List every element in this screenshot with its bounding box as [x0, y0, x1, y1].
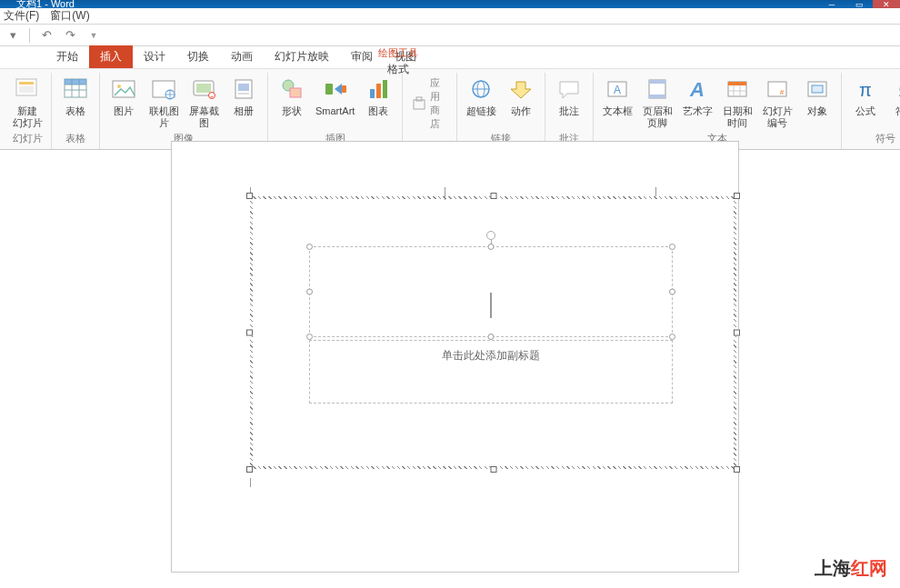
new-slide-label: 新建 幻灯片	[13, 105, 43, 128]
sel-handle[interactable]	[306, 244, 313, 250]
table-label: 表格	[65, 105, 85, 117]
symbol-button[interactable]: Ω符号	[887, 73, 900, 119]
sel-handle[interactable]	[306, 334, 313, 340]
headerfooter-button[interactable]: 页眉和页脚	[639, 73, 675, 130]
picture-button[interactable]: 图片	[105, 73, 142, 119]
textbox-icon: A	[603, 75, 632, 104]
group-comments: 批注 批注	[545, 73, 594, 149]
album-label: 相册	[234, 105, 254, 117]
rotate-handle[interactable]	[486, 231, 495, 240]
action-label: 动作	[511, 105, 531, 117]
sel-handle[interactable]	[488, 244, 495, 250]
equation-icon: π	[851, 75, 880, 104]
hyperlink-button[interactable]: 超链接	[463, 73, 499, 119]
editing-canvas[interactable]: 单击此处添加副标题	[0, 150, 900, 588]
svg-rect-2	[19, 86, 34, 93]
resize-handle-sw[interactable]	[246, 466, 253, 473]
album-icon	[229, 75, 258, 104]
subtitle-placeholder[interactable]: 单击此处添加副标题	[309, 340, 673, 404]
ribbon-tabs: 开始 插入 设计 切换 动画 幻灯片放映 审阅 视图 绘图工具 格式	[0, 46, 900, 68]
resize-handle-e[interactable]	[734, 330, 740, 336]
headerfooter-icon	[643, 75, 672, 104]
shapes-label: 形状	[282, 105, 302, 117]
wordart-icon: A	[683, 75, 712, 104]
document-page: 单击此处添加副标题	[171, 141, 739, 573]
svg-text:#: #	[780, 88, 785, 96]
equation-label: 公式	[855, 105, 875, 117]
minimize-button[interactable]: ─	[818, 0, 845, 8]
title-bar: 文档1 - Word ─ ▭ ✕	[0, 0, 900, 8]
svg-text:+: +	[210, 94, 214, 99]
tab-design[interactable]: 设计	[133, 45, 176, 68]
contextual-title: 绘图工具	[373, 46, 424, 60]
redo-icon[interactable]: ↷	[63, 28, 77, 43]
svg-rect-21	[290, 88, 301, 97]
resize-handle-n[interactable]	[490, 193, 496, 199]
svg-text:A: A	[689, 78, 705, 101]
window-title: 文档1 - Word	[16, 0, 75, 11]
maximize-button[interactable]: ▭	[845, 0, 873, 8]
embedded-slide-object[interactable]: 单击此处添加副标题	[250, 196, 736, 469]
tab-insert[interactable]: 插入	[89, 45, 133, 68]
group-tables: 表格 表格	[52, 73, 100, 149]
qat-dropdown-icon[interactable]: ▼	[86, 28, 101, 43]
sel-handle[interactable]	[669, 289, 675, 295]
title-placeholder[interactable]	[309, 246, 673, 337]
datetime-label: 日期和时间	[721, 105, 754, 128]
online-picture-label: 联机图片	[147, 105, 180, 128]
smartart-icon	[321, 75, 350, 104]
table-button[interactable]: 表格	[57, 73, 94, 119]
sel-handle[interactable]	[669, 244, 675, 250]
comment-button[interactable]: 批注	[551, 73, 587, 119]
resize-handle-ne[interactable]	[734, 193, 740, 199]
album-button[interactable]: 相册	[225, 73, 262, 119]
contextual-tab-group: 绘图工具 格式	[373, 46, 424, 79]
wordart-button[interactable]: A艺术字	[679, 73, 715, 119]
svg-rect-14	[196, 84, 211, 93]
store-button[interactable]: 应用商店	[408, 75, 451, 133]
undo-icon[interactable]: ↶	[39, 28, 54, 43]
resize-handle-se[interactable]	[734, 466, 740, 473]
shapes-button[interactable]: 形状	[274, 73, 310, 119]
store-icon	[412, 96, 426, 111]
sel-handle[interactable]	[306, 289, 313, 295]
symbol-label: 符号	[895, 105, 900, 117]
online-picture-button[interactable]: 联机图片	[145, 73, 182, 130]
chart-button[interactable]: 图表	[360, 73, 396, 119]
resize-handle-nw[interactable]	[246, 193, 253, 199]
subtitle-prompt: 单击此处添加副标题	[310, 348, 672, 364]
object-button[interactable]: 对象	[799, 73, 835, 119]
tab-transitions[interactable]: 切换	[176, 45, 220, 68]
symbol-icon: Ω	[891, 75, 900, 104]
svg-point-10	[117, 85, 121, 88]
svg-rect-41	[649, 80, 665, 84]
action-button[interactable]: 动作	[503, 73, 539, 119]
quick-access-toolbar: ▾ ↶ ↷ ▼	[0, 25, 900, 46]
smartart-label: SmartArt	[315, 105, 355, 117]
resize-handle-w[interactable]	[246, 330, 253, 336]
headerfooter-label: 页眉和页脚	[641, 105, 674, 128]
svg-rect-52	[812, 85, 823, 93]
sel-handle[interactable]	[488, 334, 495, 340]
sel-handle[interactable]	[669, 334, 675, 340]
tab-format[interactable]: 格式	[373, 60, 424, 79]
store-label: 应用商店	[430, 76, 447, 131]
svg-text:A: A	[614, 84, 621, 96]
datetime-button[interactable]: 日期和时间	[719, 73, 755, 130]
table-icon	[61, 75, 90, 104]
new-slide-button[interactable]: 新建 幻灯片	[9, 73, 45, 130]
resize-handle-s[interactable]	[490, 466, 496, 473]
svg-rect-27	[383, 80, 387, 98]
equation-button[interactable]: π公式	[847, 73, 884, 119]
qat-customize-icon[interactable]: ▾	[5, 28, 20, 43]
textbox-button[interactable]: A文本框	[599, 73, 635, 119]
svg-text:π: π	[860, 80, 873, 100]
tab-home[interactable]: 开始	[45, 45, 89, 68]
screenshot-button[interactable]: +屏幕截图	[185, 73, 222, 130]
slidenum-button[interactable]: #幻灯片 编号	[759, 73, 795, 130]
ruler-tick	[655, 187, 656, 196]
close-button[interactable]: ✕	[873, 0, 900, 8]
tab-slideshow[interactable]: 幻灯片放映	[264, 45, 340, 68]
smartart-button[interactable]: SmartArt	[314, 73, 356, 119]
tab-animations[interactable]: 动画	[220, 45, 264, 68]
